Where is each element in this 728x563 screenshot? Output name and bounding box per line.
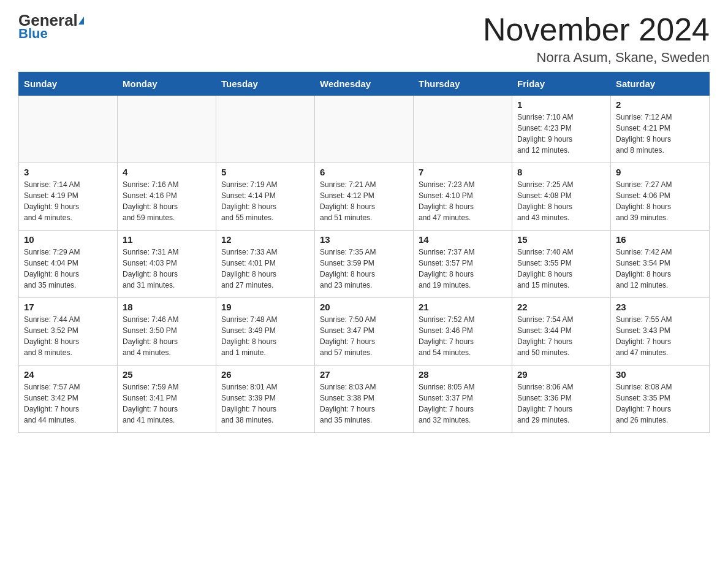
day-cell: 16Sunrise: 7:42 AMSunset: 3:54 PMDayligh… [611,231,710,298]
calendar-table: SundayMondayTuesdayWednesdayThursdayFrid… [18,72,710,433]
day-number: 13 [320,234,408,245]
day-number: 10 [24,234,112,245]
day-number: 14 [419,234,507,245]
day-cell: 23Sunrise: 7:55 AMSunset: 3:43 PMDayligh… [611,298,710,366]
day-info: Sunrise: 7:21 AMSunset: 4:12 PMDaylight:… [320,179,408,223]
calendar-header: SundayMondayTuesdayWednesdayThursdayFrid… [19,72,710,96]
week-row-4: 24Sunrise: 7:57 AMSunset: 3:42 PMDayligh… [19,366,710,433]
day-info: Sunrise: 7:42 AMSunset: 3:54 PMDaylight:… [616,247,704,291]
week-row-3: 17Sunrise: 7:44 AMSunset: 3:52 PMDayligh… [19,298,710,366]
header-monday: Monday [118,72,216,96]
header-friday: Friday [512,72,611,96]
day-number: 30 [616,369,704,380]
day-info: Sunrise: 7:54 AMSunset: 3:44 PMDaylight:… [517,314,605,358]
header-tuesday: Tuesday [216,72,315,96]
day-info: Sunrise: 8:06 AMSunset: 3:36 PMDaylight:… [517,381,605,426]
week-row-0: 1Sunrise: 7:10 AMSunset: 4:23 PMDaylight… [19,96,710,163]
day-cell: 24Sunrise: 7:57 AMSunset: 3:42 PMDayligh… [19,366,118,433]
day-number: 19 [221,302,309,312]
week-row-2: 10Sunrise: 7:29 AMSunset: 4:04 PMDayligh… [19,231,710,298]
day-cell: 11Sunrise: 7:31 AMSunset: 4:03 PMDayligh… [118,231,216,298]
page-header: General Blue November 2024 Norra Asum, S… [18,12,710,66]
day-cell: 10Sunrise: 7:29 AMSunset: 4:04 PMDayligh… [19,231,118,298]
day-number: 29 [517,369,605,380]
day-info: Sunrise: 7:25 AMSunset: 4:08 PMDaylight:… [517,179,605,223]
day-number: 5 [221,167,309,177]
day-info: Sunrise: 7:16 AMSunset: 4:16 PMDaylight:… [123,179,211,223]
day-info: Sunrise: 7:48 AMSunset: 3:49 PMDaylight:… [221,314,309,358]
logo: General Blue [18,12,84,42]
day-info: Sunrise: 7:33 AMSunset: 4:01 PMDaylight:… [221,247,309,291]
day-number: 12 [221,234,309,245]
day-cell: 13Sunrise: 7:35 AMSunset: 3:59 PMDayligh… [315,231,414,298]
day-info: Sunrise: 7:50 AMSunset: 3:47 PMDaylight:… [320,314,408,358]
header-sunday: Sunday [19,72,118,96]
day-cell: 2Sunrise: 7:12 AMSunset: 4:21 PMDaylight… [611,96,710,163]
day-cell [19,96,118,163]
day-info: Sunrise: 7:29 AMSunset: 4:04 PMDaylight:… [24,247,112,291]
day-info: Sunrise: 7:12 AMSunset: 4:21 PMDaylight:… [616,112,704,156]
day-number: 8 [517,167,605,177]
day-number: 26 [221,369,309,380]
day-cell: 8Sunrise: 7:25 AMSunset: 4:08 PMDaylight… [512,163,611,231]
day-cell: 26Sunrise: 8:01 AMSunset: 3:39 PMDayligh… [216,366,315,433]
day-cell: 9Sunrise: 7:27 AMSunset: 4:06 PMDaylight… [611,163,710,231]
header-wednesday: Wednesday [315,72,414,96]
day-info: Sunrise: 8:01 AMSunset: 3:39 PMDaylight:… [221,381,309,426]
header-saturday: Saturday [611,72,710,96]
day-info: Sunrise: 7:52 AMSunset: 3:46 PMDaylight:… [419,314,507,358]
day-info: Sunrise: 7:10 AMSunset: 4:23 PMDaylight:… [517,112,605,156]
day-cell: 17Sunrise: 7:44 AMSunset: 3:52 PMDayligh… [19,298,118,366]
day-number: 6 [320,167,408,177]
day-info: Sunrise: 8:03 AMSunset: 3:38 PMDaylight:… [320,381,408,426]
day-cell: 14Sunrise: 7:37 AMSunset: 3:57 PMDayligh… [414,231,512,298]
day-cell: 4Sunrise: 7:16 AMSunset: 4:16 PMDaylight… [118,163,216,231]
day-cell [414,96,512,163]
day-cell: 25Sunrise: 7:59 AMSunset: 3:41 PMDayligh… [118,366,216,433]
day-cell: 30Sunrise: 8:08 AMSunset: 3:35 PMDayligh… [611,366,710,433]
day-number: 17 [24,302,112,312]
day-number: 28 [419,369,507,380]
day-cell: 27Sunrise: 8:03 AMSunset: 3:38 PMDayligh… [315,366,414,433]
day-number: 18 [123,302,211,312]
header-thursday: Thursday [414,72,512,96]
day-info: Sunrise: 7:23 AMSunset: 4:10 PMDaylight:… [419,179,507,223]
day-cell: 19Sunrise: 7:48 AMSunset: 3:49 PMDayligh… [216,298,315,366]
day-info: Sunrise: 7:55 AMSunset: 3:43 PMDaylight:… [616,314,704,358]
day-cell: 5Sunrise: 7:19 AMSunset: 4:14 PMDaylight… [216,163,315,231]
day-info: Sunrise: 7:44 AMSunset: 3:52 PMDaylight:… [24,314,112,358]
day-cell: 21Sunrise: 7:52 AMSunset: 3:46 PMDayligh… [414,298,512,366]
day-info: Sunrise: 8:05 AMSunset: 3:37 PMDaylight:… [419,381,507,426]
day-info: Sunrise: 7:57 AMSunset: 3:42 PMDaylight:… [24,381,112,426]
day-number: 16 [616,234,704,245]
day-number: 2 [616,99,704,110]
day-info: Sunrise: 8:08 AMSunset: 3:35 PMDaylight:… [616,381,704,426]
day-number: 7 [419,167,507,177]
day-number: 27 [320,369,408,380]
day-info: Sunrise: 7:27 AMSunset: 4:06 PMDaylight:… [616,179,704,223]
day-number: 9 [616,167,704,177]
day-cell: 3Sunrise: 7:14 AMSunset: 4:19 PMDaylight… [19,163,118,231]
title-section: November 2024 Norra Asum, Skane, Sweden [483,12,710,66]
location-title: Norra Asum, Skane, Sweden [483,50,710,66]
day-info: Sunrise: 7:35 AMSunset: 3:59 PMDaylight:… [320,247,408,291]
day-cell [216,96,315,163]
day-cell: 15Sunrise: 7:40 AMSunset: 3:55 PMDayligh… [512,231,611,298]
day-info: Sunrise: 7:19 AMSunset: 4:14 PMDaylight:… [221,179,309,223]
day-number: 25 [123,369,211,380]
day-info: Sunrise: 7:46 AMSunset: 3:50 PMDaylight:… [123,314,211,358]
day-cell: 18Sunrise: 7:46 AMSunset: 3:50 PMDayligh… [118,298,216,366]
day-cell: 6Sunrise: 7:21 AMSunset: 4:12 PMDaylight… [315,163,414,231]
day-number: 15 [517,234,605,245]
day-info: Sunrise: 7:14 AMSunset: 4:19 PMDaylight:… [24,179,112,223]
header-row: SundayMondayTuesdayWednesdayThursdayFrid… [19,72,710,96]
day-cell: 7Sunrise: 7:23 AMSunset: 4:10 PMDaylight… [414,163,512,231]
day-cell: 29Sunrise: 8:06 AMSunset: 3:36 PMDayligh… [512,366,611,433]
month-title: November 2024 [483,12,710,47]
day-info: Sunrise: 7:37 AMSunset: 3:57 PMDaylight:… [419,247,507,291]
day-number: 1 [517,99,605,110]
day-number: 21 [419,302,507,312]
day-info: Sunrise: 7:40 AMSunset: 3:55 PMDaylight:… [517,247,605,291]
day-number: 24 [24,369,112,380]
day-number: 23 [616,302,704,312]
